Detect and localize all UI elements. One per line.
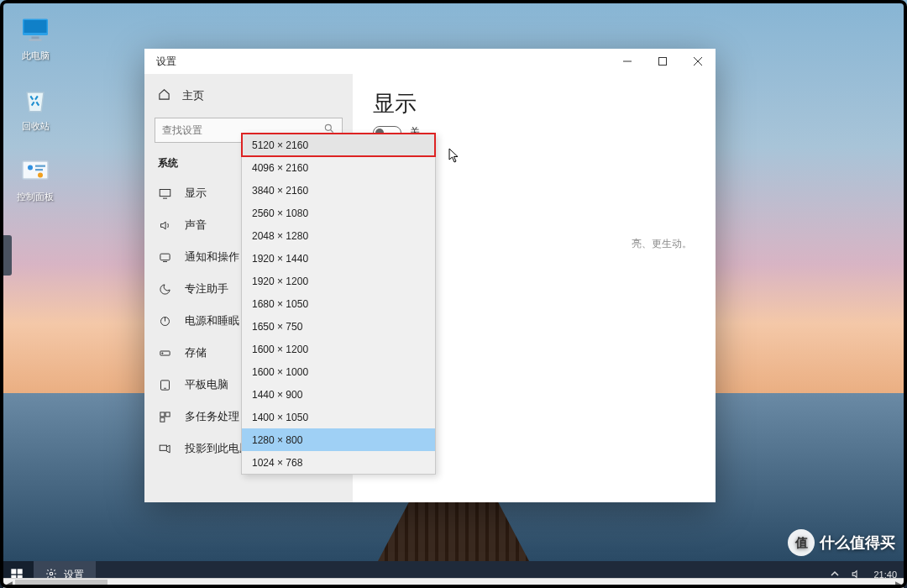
notifications-icon — [158, 251, 171, 264]
desktop-icon-this-pc[interactable]: 此电脑 — [8, 8, 62, 67]
project-icon — [158, 443, 171, 455]
sidebar-item-label: 显示 — [185, 186, 207, 201]
desktop-icon-label: 回收站 — [22, 120, 50, 133]
watermark-badge: 值 — [788, 529, 815, 556]
side-tab-grip[interactable] — [0, 235, 12, 276]
svg-rect-1 — [24, 20, 47, 33]
sidebar-item-label: 专注助手 — [185, 281, 228, 297]
sidebar-item-label: 存储 — [185, 345, 207, 360]
resolution-option[interactable]: 1600 × 1200 — [242, 338, 435, 360]
svg-rect-15 — [160, 189, 170, 196]
desktop-icon-label: 此电脑 — [22, 50, 50, 62]
svg-point-8 — [38, 172, 43, 177]
resolution-option[interactable]: 1680 × 1050 — [242, 292, 435, 315]
resolution-option[interactable]: 5120 × 2160 — [242, 134, 435, 156]
resolution-option[interactable]: 1920 × 1200 — [242, 270, 435, 292]
window-title: 设置 — [144, 55, 176, 69]
svg-rect-7 — [35, 169, 43, 171]
resolution-option[interactable]: 1650 × 750 — [242, 315, 435, 338]
desktop-icons: 此电脑 回收站 控制面板 — [8, 8, 67, 220]
svg-rect-17 — [160, 254, 169, 260]
resolution-option[interactable]: 4096 × 2160 — [242, 156, 435, 179]
svg-point-13 — [325, 124, 331, 130]
svg-rect-26 — [160, 417, 164, 422]
maximize-button[interactable] — [645, 49, 680, 74]
svg-rect-28 — [11, 569, 16, 574]
resolution-option[interactable]: 1600 × 1000 — [242, 360, 435, 383]
recycle-bin-icon — [19, 85, 51, 117]
svg-point-21 — [161, 352, 162, 353]
sidebar-item-label: 声音 — [185, 218, 207, 233]
display-icon — [158, 187, 171, 200]
sound-icon — [158, 219, 171, 232]
window-titlebar[interactable]: 设置 — [144, 49, 716, 74]
svg-rect-25 — [165, 412, 170, 416]
scrollbar-thumb[interactable] — [15, 580, 107, 587]
watermark-text: 什么值得买 — [820, 533, 895, 553]
resolution-option[interactable]: 1440 × 900 — [242, 383, 435, 406]
scroll-right-arrow[interactable]: ▶ — [892, 579, 904, 588]
control-panel-icon — [19, 155, 51, 187]
page-heading: 显示 — [373, 89, 695, 118]
svg-rect-24 — [160, 412, 164, 416]
hint-text-fragment: 亮、更生动。 — [632, 237, 692, 251]
svg-rect-27 — [160, 445, 166, 450]
resolution-option[interactable]: 2048 × 1280 — [242, 224, 435, 247]
close-button[interactable] — [680, 49, 716, 74]
monitor-icon — [19, 14, 51, 46]
svg-rect-2 — [32, 36, 39, 39]
desktop-icon-control-panel[interactable]: 控制面板 — [8, 150, 62, 208]
desktop-icon-label: 控制面板 — [17, 191, 54, 203]
minimize-button[interactable] — [610, 49, 645, 74]
multitask-icon — [158, 411, 171, 423]
svg-rect-29 — [18, 569, 23, 574]
resolution-option[interactable]: 1920 × 1440 — [242, 247, 435, 270]
horizontal-scrollbar[interactable]: ◀ ▶ — [3, 578, 904, 588]
sidebar-item-label: 通知和操作 — [185, 249, 239, 265]
resolution-option[interactable]: 1280 × 800 — [242, 428, 435, 451]
home-icon — [158, 88, 170, 103]
moon-icon — [158, 283, 171, 296]
sidebar-item-label: 电源和睡眠 — [185, 313, 239, 328]
home-label: 主页 — [182, 88, 204, 103]
svg-rect-10 — [659, 58, 667, 66]
tablet-icon — [158, 379, 171, 391]
svg-rect-3 — [29, 39, 42, 40]
sidebar-item-label: 平板电脑 — [185, 377, 228, 392]
storage-icon — [158, 347, 171, 360]
sidebar-item-label: 多任务处理 — [185, 409, 239, 424]
home-link[interactable]: 主页 — [144, 79, 353, 113]
svg-point-32 — [50, 572, 53, 575]
svg-point-5 — [28, 165, 33, 170]
resolution-option[interactable]: 1024 × 768 — [242, 451, 435, 474]
power-icon — [158, 315, 171, 328]
window-buttons — [610, 49, 716, 74]
resolution-option[interactable]: 2560 × 1080 — [242, 202, 435, 224]
watermark: 值 什么值得买 — [788, 529, 895, 556]
resolution-option[interactable]: 3840 × 2160 — [242, 179, 435, 202]
svg-rect-6 — [35, 165, 45, 166]
scroll-left-arrow[interactable]: ◀ — [3, 579, 15, 588]
resolution-dropdown[interactable]: 5120 × 21604096 × 21603840 × 21602560 × … — [241, 133, 436, 475]
resolution-option[interactable]: 1400 × 1050 — [242, 406, 435, 428]
desktop-icon-recycle-bin[interactable]: 回收站 — [8, 79, 62, 138]
